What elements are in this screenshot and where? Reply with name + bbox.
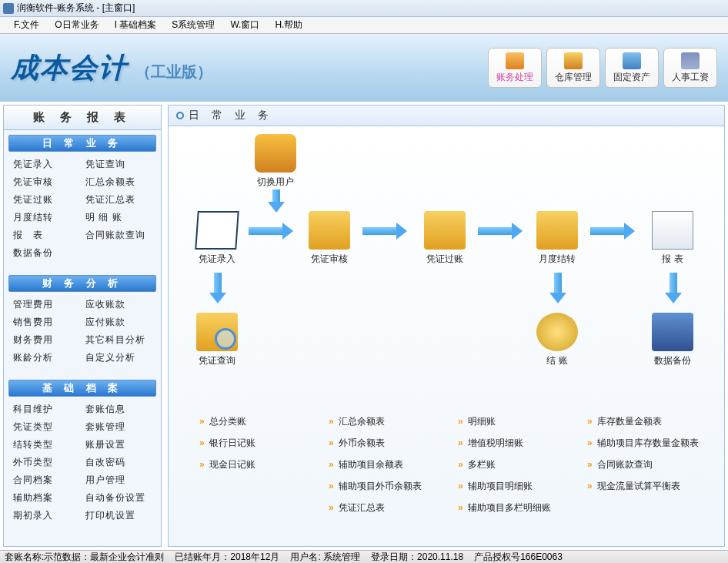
- sidebar-link[interactable]: 凭证查询: [85, 158, 152, 171]
- report-link[interactable]: »凭证汇总表: [329, 498, 450, 518]
- sidebar-section-header: 基 础 档 案: [8, 380, 156, 397]
- report-link[interactable]: »多栏账: [458, 454, 579, 474]
- sidebar-link[interactable]: 自改密码: [85, 456, 152, 469]
- header-button-3[interactable]: 人事工资: [663, 48, 717, 88]
- sidebar-link[interactable]: 自定义分析: [85, 351, 152, 364]
- report-link[interactable]: »辅助项目外币余额表: [329, 476, 450, 496]
- sidebar-link[interactable]: 凭证汇总表: [85, 193, 152, 206]
- sidebar-link[interactable]: 凭证类型: [13, 421, 79, 434]
- arrow-icon: »: [458, 481, 463, 491]
- node-backup[interactable]: 数据备份: [652, 313, 693, 367]
- report-link[interactable]: »现金日记账: [199, 454, 321, 474]
- sidebar-link[interactable]: 销售费用: [13, 316, 79, 329]
- sidebar-link[interactable]: 期初录入: [13, 509, 79, 522]
- folder-pen-icon: [424, 211, 466, 250]
- coins-icon: [536, 313, 578, 351]
- arrow-icon: »: [199, 416, 205, 427]
- report-link[interactable]: »辅助项目多栏明细账: [458, 498, 579, 518]
- header-button-1[interactable]: 仓库管理: [546, 48, 600, 88]
- sidebar-link[interactable]: 结转类型: [13, 438, 79, 451]
- node-switch-user[interactable]: 切换用户: [255, 134, 296, 189]
- sidebar-link[interactable]: 凭证审核: [13, 176, 79, 189]
- menu-item-3[interactable]: S系统管理: [164, 18, 222, 32]
- arrow-right: [249, 225, 293, 237]
- arrow-down: [270, 189, 282, 213]
- module-icon: [681, 52, 700, 69]
- sidebar-link[interactable]: 科目维护: [13, 403, 79, 416]
- sidebar-link[interactable]: 凭证过账: [13, 193, 79, 206]
- report-link[interactable]: »外币余额表: [329, 433, 450, 453]
- report-link[interactable]: »银行日记账: [199, 433, 321, 453]
- node-monthly-close[interactable]: 月度结转: [536, 211, 578, 266]
- report-link[interactable]: »辅助项目库存数量金额表: [587, 433, 709, 453]
- report-link[interactable]: »明细账: [458, 411, 579, 431]
- module-icon: [623, 52, 641, 69]
- menu-item-2[interactable]: I 基础档案: [107, 18, 165, 32]
- arrow-down: [552, 273, 564, 303]
- sidebar-link[interactable]: 账册设置: [85, 438, 152, 451]
- bullet-icon: [176, 112, 184, 119]
- sidebar-link[interactable]: 报 表: [13, 229, 79, 242]
- node-closing[interactable]: 结 账: [536, 313, 578, 367]
- report-link[interactable]: »汇总余额表: [329, 411, 450, 431]
- report-link[interactable]: »辅助项目明细账: [458, 476, 579, 496]
- sidebar-link[interactable]: 套账管理: [85, 421, 152, 434]
- report-link[interactable]: »现金流量试算平衡表: [587, 476, 709, 496]
- arrow-icon: »: [587, 481, 593, 491]
- menubar: F.文件O日常业务I 基础档案S系统管理W.窗口H.帮助: [0, 17, 728, 34]
- sidebar-link[interactable]: 汇总余额表: [85, 176, 152, 189]
- sidebar-link[interactable]: 合同档案: [13, 474, 79, 487]
- sidebar-link[interactable]: 管理费用: [13, 298, 79, 311]
- content-header-text: 日 常 业 务: [189, 109, 273, 122]
- sidebar-link[interactable]: 应收账款: [85, 298, 152, 311]
- sidebar-link[interactable]: 应付账款: [85, 316, 152, 329]
- sidebar-link[interactable]: 数据备份: [13, 246, 79, 260]
- report-link[interactable]: »增值税明细账: [458, 433, 579, 453]
- sidebar-link[interactable]: 明 细 账: [85, 211, 152, 224]
- arrow-icon: »: [329, 437, 334, 448]
- report-link[interactable]: »库存数量金额表: [587, 411, 709, 431]
- disk-icon: [652, 313, 693, 351]
- sidebar-link[interactable]: 凭证录入: [13, 158, 79, 171]
- header-button-2[interactable]: 固定资产: [605, 48, 659, 88]
- window-title: 润衡软件-账务系统 - [主窗口]: [17, 2, 135, 15]
- sidebar-link[interactable]: 辅助档案: [13, 491, 79, 504]
- report-link[interactable]: »辅助项目余额表: [329, 454, 450, 474]
- sidebar-link[interactable]: 套账信息: [85, 403, 152, 416]
- report-link[interactable]: »合同账款查询: [587, 454, 709, 474]
- menu-item-5[interactable]: H.帮助: [267, 18, 310, 32]
- statusbar: 套账名称:示范数据：最新企业会计准则 已结账年月：2018年12月 用户名: 系…: [0, 550, 728, 563]
- content-area: 日 常 业 务 切换用户 凭证录入 凭证审核 凭证过账: [165, 102, 728, 550]
- arrow-right: [478, 225, 523, 237]
- sidebar: 账 务 报 表 日 常 业 务凭证录入凭证查询凭证审核汇总余额表凭证过账凭证汇总…: [3, 105, 162, 547]
- node-voucher-post[interactable]: 凭证过账: [424, 211, 466, 266]
- sidebar-link[interactable]: 财务费用: [13, 333, 79, 347]
- workflow-canvas: 切换用户 凭证录入 凭证审核 凭证过账 月度结转: [168, 126, 725, 547]
- sidebar-link[interactable]: 外币类型: [13, 456, 79, 469]
- arrow-icon: »: [199, 437, 205, 448]
- menu-item-0[interactable]: F.文件: [6, 18, 47, 32]
- sidebar-link[interactable]: 用户管理: [85, 474, 152, 487]
- sidebar-link[interactable]: 账龄分析: [13, 351, 79, 364]
- users-icon: [255, 134, 296, 173]
- status-login-date: 登录日期：2020.11.18: [371, 551, 463, 564]
- sidebar-link[interactable]: 打印机设置: [85, 509, 152, 522]
- menu-item-4[interactable]: W.窗口: [222, 18, 267, 32]
- arrow-icon: »: [587, 416, 593, 427]
- menu-item-1[interactable]: O日常业务: [47, 18, 106, 32]
- header-button-0[interactable]: 账务处理: [488, 48, 542, 88]
- arrow-icon: »: [329, 416, 334, 427]
- node-report[interactable]: 报 表: [652, 211, 693, 266]
- report-link[interactable]: »总分类账: [199, 411, 321, 431]
- sidebar-link[interactable]: 月度结转: [13, 211, 79, 224]
- app-title: 成本会计: [11, 49, 128, 87]
- node-voucher-query[interactable]: 凭证查询: [196, 313, 238, 367]
- node-voucher-audit[interactable]: 凭证审核: [309, 211, 350, 266]
- node-voucher-entry[interactable]: 凭证录入: [196, 211, 238, 266]
- arrow-icon: »: [199, 459, 205, 470]
- sidebar-link[interactable]: 自动备份设置: [85, 491, 152, 504]
- sidebar-link[interactable]: 其它科目分析: [85, 333, 152, 347]
- module-icon: [506, 52, 524, 69]
- arrow-icon: »: [458, 459, 463, 470]
- sidebar-link[interactable]: 合同账款查询: [85, 229, 152, 242]
